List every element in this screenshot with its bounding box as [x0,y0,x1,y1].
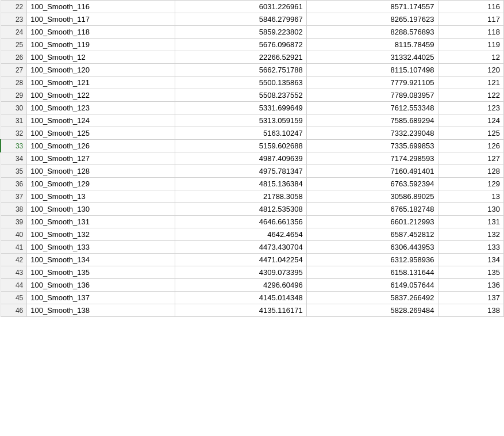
col5-cell[interactable]: 134 [438,254,503,266]
name-cell[interactable]: 100_Smooth_133 [27,241,175,254]
col3-cell[interactable]: 21788.3058 [175,190,306,203]
name-cell[interactable]: 100_Smooth_123 [27,102,175,114]
col4-cell[interactable]: 6765.182748 [306,203,438,216]
col4-cell[interactable]: 6312.958936 [306,254,438,266]
col5-cell[interactable]: 119 [438,39,503,51]
name-cell[interactable]: 100_Smooth_13 [27,190,175,203]
col5-cell[interactable]: 117 [438,13,503,26]
col3-cell[interactable]: 5331.699649 [175,102,306,114]
col4-cell[interactable]: 7332.239048 [306,127,438,140]
col3-cell[interactable]: 5313.059159 [175,114,306,127]
name-cell[interactable]: 100_Smooth_119 [27,39,175,51]
col3-cell[interactable]: 4646.661356 [175,216,306,228]
col3-cell[interactable]: 5859.223802 [175,26,306,39]
col4-cell[interactable]: 5828.269484 [306,304,438,317]
col5-cell[interactable]: 13 [438,190,503,203]
col3-cell[interactable]: 5159.602688 [175,140,306,152]
col3-cell[interactable]: 5163.10247 [175,127,306,140]
col3-cell[interactable]: 4471.042254 [175,254,306,266]
col4-cell[interactable]: 5837.266492 [306,292,438,304]
name-cell[interactable]: 100_Smooth_134 [27,254,175,266]
col5-cell[interactable]: 129 [438,178,503,190]
col4-cell[interactable]: 8288.576893 [306,26,438,39]
col5-cell[interactable]: 128 [438,165,503,178]
col5-cell[interactable]: 116 [438,1,503,13]
name-cell[interactable]: 100_Smooth_118 [27,26,175,39]
name-cell[interactable]: 100_Smooth_137 [27,292,175,304]
col3-cell[interactable]: 5500.135863 [175,77,306,89]
col5-cell[interactable]: 130 [438,203,503,216]
col4-cell[interactable]: 6306.443953 [306,241,438,254]
col3-cell[interactable]: 4815.136384 [175,178,306,190]
col5-cell[interactable]: 126 [438,140,503,152]
col4-cell[interactable]: 30586.89025 [306,190,438,203]
col3-cell[interactable]: 4309.073395 [175,266,306,279]
col5-cell[interactable]: 118 [438,26,503,39]
col5-cell[interactable]: 123 [438,102,503,114]
col4-cell[interactable]: 6149.057644 [306,279,438,292]
col3-cell[interactable]: 4642.4654 [175,228,306,241]
name-cell[interactable]: 100_Smooth_135 [27,266,175,279]
col4-cell[interactable]: 7779.921105 [306,77,438,89]
col3-cell[interactable]: 22266.52921 [175,51,306,64]
col5-cell[interactable]: 125 [438,127,503,140]
col4-cell[interactable]: 7174.298593 [306,152,438,165]
col5-cell[interactable]: 133 [438,241,503,254]
col5-cell[interactable]: 122 [438,89,503,102]
name-cell[interactable]: 100_Smooth_125 [27,127,175,140]
col5-cell[interactable]: 136 [438,279,503,292]
col5-cell[interactable]: 127 [438,152,503,165]
name-cell[interactable]: 100_Smooth_131 [27,216,175,228]
col3-cell[interactable]: 5846.279967 [175,13,306,26]
col3-cell[interactable]: 4296.60496 [175,279,306,292]
col3-cell[interactable]: 4812.535308 [175,203,306,216]
col4-cell[interactable]: 6587.452812 [306,228,438,241]
name-cell[interactable]: 100_Smooth_128 [27,165,175,178]
name-cell[interactable]: 100_Smooth_116 [27,1,175,13]
col4-cell[interactable]: 8115.78459 [306,39,438,51]
name-cell[interactable]: 100_Smooth_138 [27,304,175,317]
col3-cell[interactable]: 5662.751788 [175,64,306,77]
name-cell[interactable]: 100_Smooth_127 [27,152,175,165]
col4-cell[interactable]: 6601.212993 [306,216,438,228]
col4-cell[interactable]: 8115.107498 [306,64,438,77]
col4-cell[interactable]: 7612.553348 [306,102,438,114]
name-cell[interactable]: 100_Smooth_122 [27,89,175,102]
col4-cell[interactable]: 8571.174557 [306,1,438,13]
name-cell[interactable]: 100_Smooth_12 [27,51,175,64]
col4-cell[interactable]: 6763.592394 [306,178,438,190]
col5-cell[interactable]: 121 [438,77,503,89]
col4-cell[interactable]: 6158.131644 [306,266,438,279]
col4-cell[interactable]: 7789.083957 [306,89,438,102]
name-cell[interactable]: 100_Smooth_117 [27,13,175,26]
col5-cell[interactable]: 135 [438,266,503,279]
name-cell[interactable]: 100_Smooth_126 [27,140,175,152]
name-cell[interactable]: 100_Smooth_132 [27,228,175,241]
col3-cell[interactable]: 4473.430704 [175,241,306,254]
col3-cell[interactable]: 6031.226961 [175,1,306,13]
col5-cell[interactable]: 124 [438,114,503,127]
col5-cell[interactable]: 120 [438,64,503,77]
col3-cell[interactable]: 5508.237552 [175,89,306,102]
name-cell[interactable]: 100_Smooth_124 [27,114,175,127]
name-cell[interactable]: 100_Smooth_120 [27,64,175,77]
col5-cell[interactable]: 12 [438,51,503,64]
col5-cell[interactable]: 137 [438,292,503,304]
col3-cell[interactable]: 5676.096872 [175,39,306,51]
name-cell[interactable]: 100_Smooth_129 [27,178,175,190]
col3-cell[interactable]: 4987.409639 [175,152,306,165]
col4-cell[interactable]: 31332.44025 [306,51,438,64]
col5-cell[interactable]: 138 [438,304,503,317]
name-cell[interactable]: 100_Smooth_121 [27,77,175,89]
col3-cell[interactable]: 4975.781347 [175,165,306,178]
col3-cell[interactable]: 4135.116171 [175,304,306,317]
col4-cell[interactable]: 7335.699853 [306,140,438,152]
name-cell[interactable]: 100_Smooth_136 [27,279,175,292]
col3-cell[interactable]: 4145.014348 [175,292,306,304]
col5-cell[interactable]: 131 [438,216,503,228]
col4-cell[interactable]: 8265.197623 [306,13,438,26]
col4-cell[interactable]: 7160.491401 [306,165,438,178]
col5-cell[interactable]: 132 [438,228,503,241]
col4-cell[interactable]: 7585.689294 [306,114,438,127]
name-cell[interactable]: 100_Smooth_130 [27,203,175,216]
